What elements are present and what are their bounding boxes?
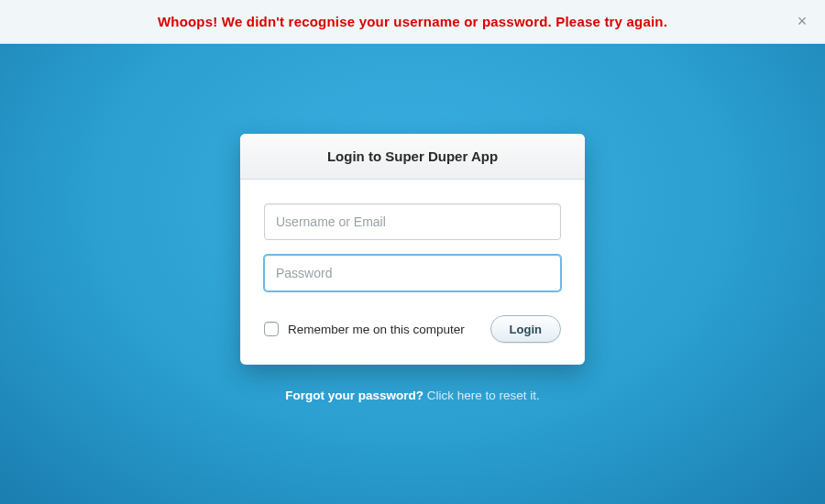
forgot-password-line: Forgot your password? Click here to rese… bbox=[0, 389, 825, 402]
remember-me-label[interactable]: Remember me on this computer bbox=[264, 322, 465, 336]
card-title: Login to Super Duper App bbox=[327, 148, 498, 164]
card-body: Remember me on this computer Login bbox=[240, 180, 585, 365]
password-field[interactable] bbox=[264, 255, 561, 291]
remember-me-checkbox[interactable] bbox=[264, 322, 279, 336]
form-footer-row: Remember me on this computer Login bbox=[264, 315, 561, 343]
error-alert: Whoops! We didn't recognise your usernam… bbox=[0, 0, 825, 44]
forgot-password-question: Forgot your password? bbox=[285, 389, 424, 402]
forgot-password-link[interactable]: Click here to reset it. bbox=[427, 389, 540, 402]
error-alert-text: Whoops! We didn't recognise your usernam… bbox=[158, 14, 667, 29]
username-field[interactable] bbox=[264, 203, 561, 240]
remember-me-text: Remember me on this computer bbox=[288, 323, 465, 336]
card-header: Login to Super Duper App bbox=[240, 134, 585, 180]
login-button[interactable]: Login bbox=[490, 315, 561, 343]
login-card: Login to Super Duper App Remember me on … bbox=[240, 134, 585, 365]
close-icon[interactable]: × bbox=[792, 12, 812, 32]
